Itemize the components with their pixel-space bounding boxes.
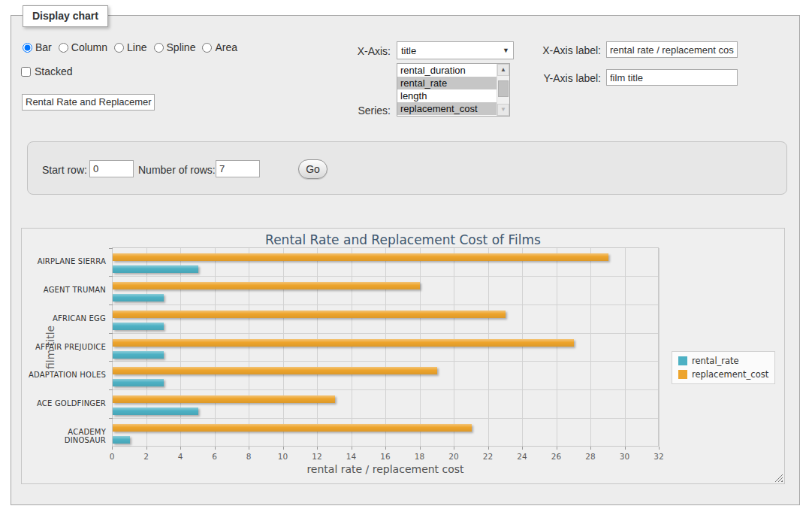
y-tick-mark: [109, 276, 113, 277]
chart-type-radio-area[interactable]: [202, 43, 212, 53]
bar-rental_rate[interactable]: [113, 351, 164, 359]
gridline-horizontal: [113, 418, 658, 419]
chart-type-option-column[interactable]: Column: [59, 41, 107, 53]
gridline-vertical: [659, 248, 660, 446]
chart-type-radio-bar[interactable]: [23, 43, 32, 53]
legend-item-replacement_cost[interactable]: replacement_cost: [678, 369, 768, 380]
stacked-label: Stacked: [35, 65, 73, 77]
chart-title: Rental Rate and Replacement Cost of Film…: [22, 232, 784, 247]
bar-rental_rate[interactable]: [113, 265, 198, 273]
legend-item-rental_rate[interactable]: rental_rate: [678, 356, 768, 366]
resize-handle-icon[interactable]: [774, 474, 783, 482]
page: Display chart BarColumnLineSplineArea St…: [0, 0, 812, 512]
chart-type-option-bar[interactable]: Bar: [23, 41, 52, 53]
chart-type-option-line[interactable]: Line: [114, 41, 146, 53]
stacked-checkbox[interactable]: [21, 67, 31, 77]
gridline-vertical: [352, 248, 352, 446]
y-tick-mark: [109, 304, 113, 305]
bar-replacement_cost[interactable]: [113, 253, 608, 261]
chart-title-input[interactable]: Rental Rate and Replacemer: [22, 94, 155, 111]
x-tick-label: 6: [204, 452, 226, 461]
row-range-panel: Start row: Number of rows: Go: [27, 141, 787, 195]
x-axis-label-input[interactable]: [606, 41, 738, 58]
gridline-vertical: [488, 248, 489, 446]
series-option-length[interactable]: length: [397, 89, 509, 102]
x-tick-label: 24: [511, 452, 533, 461]
category-label: AGENT TRUMAN: [26, 286, 106, 294]
category-label: ACE GOLDFINGER: [26, 399, 106, 407]
x-tick-label: 18: [409, 452, 431, 461]
x-tick-mark: [317, 447, 318, 450]
stacked-checkbox-row[interactable]: Stacked: [21, 65, 73, 77]
chart-type-option-label: Area: [215, 41, 237, 53]
x-tick-mark: [352, 447, 352, 450]
gridline-horizontal: [113, 389, 658, 390]
chart-type-option-area[interactable]: Area: [202, 41, 237, 53]
scrollbar-thumb[interactable]: [498, 80, 509, 97]
bar-replacement_cost[interactable]: [113, 367, 437, 374]
x-tick-mark: [146, 447, 147, 450]
series-multiselect[interactable]: rental_durationrental_ratelengthreplacem…: [397, 63, 510, 117]
x-tick-mark: [590, 447, 591, 450]
x-axis-select-value: title: [401, 45, 416, 56]
bar-replacement_cost[interactable]: [113, 311, 506, 318]
go-button[interactable]: Go: [298, 159, 328, 179]
bar-replacement_cost[interactable]: [113, 339, 574, 347]
legend-swatch-icon: [678, 370, 687, 379]
gridline-vertical: [557, 248, 557, 446]
bar-rental_rate[interactable]: [113, 379, 164, 386]
category-label: ADAPTATION HOLES: [26, 371, 106, 379]
gridline-horizontal: [113, 304, 658, 305]
series-options: rental_durationrental_ratelengthreplacem…: [397, 64, 509, 115]
y-axis-label-input[interactable]: [606, 69, 738, 86]
gridline-vertical: [317, 248, 318, 446]
series-option-replacement_cost[interactable]: replacement_cost: [397, 102, 509, 115]
gridline-vertical: [180, 248, 181, 446]
bar-replacement_cost[interactable]: [113, 282, 420, 289]
category-label: AIRPLANE SIERRA: [26, 257, 106, 265]
series-scrollbar[interactable]: ▲ ▼: [497, 64, 509, 116]
x-tick-mark: [488, 447, 489, 450]
chart-type-radio-spline[interactable]: [154, 43, 164, 53]
bar-rental_rate[interactable]: [113, 323, 164, 330]
chart-type-radio-line[interactable]: [114, 43, 124, 53]
number-of-rows-input[interactable]: [216, 160, 260, 177]
chart-type-option-label: Bar: [35, 41, 52, 53]
category-label: AFFAIR PREJUDICE: [26, 343, 106, 351]
bar-replacement_cost[interactable]: [113, 395, 335, 403]
number-of-rows-label: Number of rows:: [138, 164, 218, 176]
x-tick-label: 2: [135, 452, 158, 461]
x-tick-mark: [557, 447, 557, 450]
x-axis-select[interactable]: title ▼: [397, 41, 514, 59]
x-tick-mark: [180, 447, 181, 450]
bar-rental_rate[interactable]: [113, 407, 198, 415]
chart-type-option-label: Line: [127, 41, 146, 53]
chart-type-radio-column[interactable]: [59, 43, 68, 53]
x-tick-label: 32: [647, 452, 670, 461]
bar-rental_rate[interactable]: [113, 436, 130, 444]
chart-type-radiogroup: BarColumnLineSplineArea: [23, 41, 237, 53]
y-tick-mark: [109, 389, 113, 390]
series-option-rental_duration[interactable]: rental_duration: [397, 64, 509, 77]
x-axis-title: rental rate / replacement cost: [112, 463, 659, 475]
start-row-input[interactable]: [89, 160, 134, 177]
scroll-down-icon[interactable]: ▼: [497, 104, 509, 116]
series-option-rental_rate[interactable]: rental_rate: [397, 77, 509, 89]
x-tick-label: 16: [374, 452, 397, 461]
x-tick-mark: [522, 447, 523, 450]
chart-type-option-spline[interactable]: Spline: [154, 41, 196, 53]
category-label: AFRICAN EGG: [26, 314, 106, 323]
x-axis-label-label: X-Axis label:: [526, 44, 601, 56]
y-tick-mark: [109, 418, 113, 419]
gridline-horizontal: [113, 276, 658, 277]
x-tick-label: 26: [545, 452, 568, 461]
x-tick-label: 30: [614, 452, 636, 461]
bar-replacement_cost[interactable]: [113, 424, 472, 432]
bar-rental_rate[interactable]: [113, 294, 164, 301]
y-axis-label-label: Y-Axis label:: [526, 72, 601, 84]
gridline-vertical: [625, 248, 626, 446]
chart-container: Rental Rate and Replacement Cost of Film…: [21, 228, 785, 484]
x-tick-label: 14: [340, 452, 363, 461]
gridline-vertical: [522, 248, 523, 446]
scroll-up-icon[interactable]: ▲: [497, 64, 509, 76]
